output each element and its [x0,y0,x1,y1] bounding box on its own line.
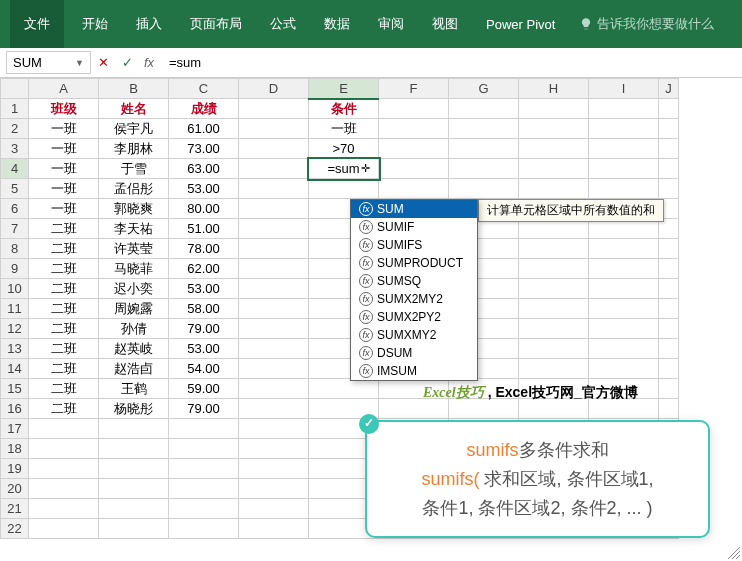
row-header[interactable]: 22 [1,519,29,539]
cell[interactable] [169,439,239,459]
cell[interactable]: 58.00 [169,299,239,319]
autocomplete-item[interactable]: fxSUMSQ [351,272,477,290]
cell[interactable]: 80.00 [169,199,239,219]
tab-formulas[interactable]: 公式 [256,0,310,48]
cell[interactable] [99,479,169,499]
cell[interactable]: 王鹤 [99,379,169,399]
cell[interactable] [589,359,659,379]
cell[interactable] [659,99,679,119]
cell[interactable]: 二班 [29,219,99,239]
cell[interactable] [589,99,659,119]
cell[interactable] [519,339,589,359]
col-header-J[interactable]: J [659,79,679,99]
row-header[interactable]: 8 [1,239,29,259]
cell[interactable] [589,139,659,159]
cell[interactable]: 李天祐 [99,219,169,239]
cell[interactable]: >70 [309,139,379,159]
cell[interactable] [449,139,519,159]
row-header[interactable]: 13 [1,339,29,359]
cell[interactable]: 79.00 [169,319,239,339]
cell[interactable] [239,99,309,119]
cell[interactable]: 马晓菲 [99,259,169,279]
cell[interactable]: 53.00 [169,179,239,199]
cell[interactable] [239,279,309,299]
select-all-corner[interactable] [1,79,29,99]
autocomplete-item[interactable]: fxSUMIF [351,218,477,236]
cell[interactable]: 53.00 [169,339,239,359]
cell[interactable] [519,259,589,279]
cell[interactable]: 53.00 [169,279,239,299]
cell[interactable] [659,339,679,359]
cell[interactable]: 二班 [29,319,99,339]
cell[interactable] [519,179,589,199]
cell[interactable]: 59.00 [169,379,239,399]
cell[interactable] [169,519,239,539]
cell[interactable] [239,399,309,419]
cell[interactable] [379,159,449,179]
cell[interactable] [99,499,169,519]
cell[interactable] [589,279,659,299]
tab-powerpivot[interactable]: Power Pivot [472,0,569,48]
cell[interactable] [589,119,659,139]
row-header[interactable]: 2 [1,119,29,139]
formula-autocomplete[interactable]: fxSUMfxSUMIFfxSUMIFSfxSUMPRODUCTfxSUMSQf… [350,199,478,381]
cell[interactable] [589,159,659,179]
cell[interactable] [99,519,169,539]
cell[interactable]: 一班 [29,139,99,159]
row-header[interactable]: 20 [1,479,29,499]
tell-me[interactable]: 告诉我你想要做什么 [579,15,714,33]
cell[interactable]: 63.00 [169,159,239,179]
cell[interactable]: 赵英岐 [99,339,169,359]
cell[interactable] [169,499,239,519]
autocomplete-item[interactable]: fxSUMX2MY2 [351,290,477,308]
cell[interactable] [239,439,309,459]
cell[interactable] [169,459,239,479]
cell[interactable] [659,179,679,199]
cancel-formula-button[interactable]: ✕ [91,51,115,74]
cell[interactable] [309,379,379,399]
cell[interactable]: 一班 [29,159,99,179]
cell[interactable] [519,279,589,299]
cell[interactable] [239,139,309,159]
col-header-B[interactable]: B [99,79,169,99]
cell[interactable]: 二班 [29,339,99,359]
cell[interactable] [239,519,309,539]
tab-home[interactable]: 开始 [68,0,122,48]
cell[interactable] [239,419,309,439]
cell[interactable] [659,119,679,139]
enter-formula-button[interactable]: ✓ [115,51,139,74]
cell[interactable]: 62.00 [169,259,239,279]
cell[interactable]: 二班 [29,399,99,419]
cell[interactable] [239,219,309,239]
cell[interactable] [29,419,99,439]
cell[interactable] [519,139,589,159]
row-header[interactable]: 19 [1,459,29,479]
cell[interactable]: 79.00 [169,399,239,419]
resize-handle-icon[interactable] [726,545,742,561]
cell[interactable] [519,239,589,259]
name-box[interactable]: SUM ▼ [6,51,91,74]
autocomplete-item[interactable]: fxIMSUM [351,362,477,380]
tab-layout[interactable]: 页面布局 [176,0,256,48]
cell[interactable]: 二班 [29,259,99,279]
cell[interactable] [379,179,449,199]
cell[interactable] [99,459,169,479]
cell[interactable] [239,319,309,339]
row-header[interactable]: 3 [1,139,29,159]
col-header-D[interactable]: D [239,79,309,99]
cell[interactable] [309,179,379,199]
cell[interactable] [589,179,659,199]
cell[interactable] [659,279,679,299]
cell[interactable] [379,99,449,119]
col-header-G[interactable]: G [449,79,519,99]
tab-insert[interactable]: 插入 [122,0,176,48]
cell[interactable] [99,439,169,459]
cell[interactable] [519,299,589,319]
cell[interactable]: 一班 [309,119,379,139]
row-header[interactable]: 5 [1,179,29,199]
cell[interactable] [519,99,589,119]
autocomplete-item[interactable]: fxSUMIFS [351,236,477,254]
cell[interactable]: 51.00 [169,219,239,239]
row-header[interactable]: 7 [1,219,29,239]
col-header-C[interactable]: C [169,79,239,99]
